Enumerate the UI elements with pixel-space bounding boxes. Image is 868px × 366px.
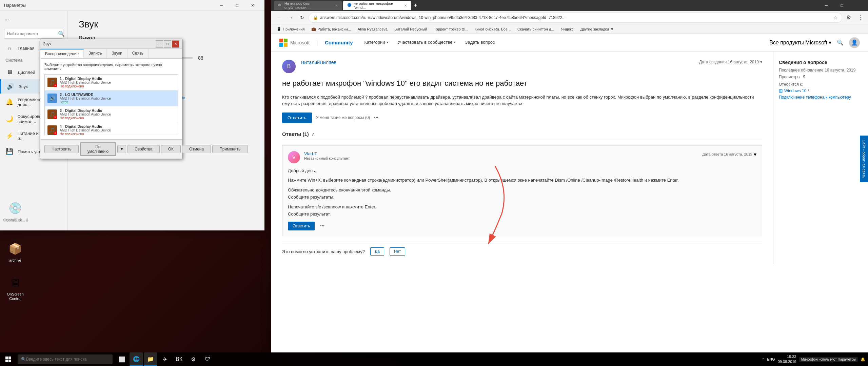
ms-search-button[interactable]: 🔍 (837, 39, 844, 46)
browser-minimize-button[interactable]: ─ (818, 0, 834, 11)
bookmark-apps[interactable]: 📱 Приложения (274, 26, 307, 32)
desktop-icon-archive[interactable]: 📦 archive (2, 241, 29, 263)
properties-button[interactable]: Свойства (127, 145, 160, 153)
tab-record[interactable]: Запись (84, 49, 107, 58)
device-item-2[interactable]: 🔊 2 - LG ULTRAWIDE AMD High Definition A… (45, 90, 178, 106)
device-item-3[interactable]: 🎵 ✕ 3 - Digital Display Audio AMD High D… (45, 106, 178, 122)
browser-tab-answers[interactable]: 🔵 не работает микрофон "wind... ✕ (343, 1, 411, 10)
back-button[interactable]: ← (274, 13, 284, 23)
bookmark-jobs[interactable]: 💼 Работа, вакансии... (309, 26, 353, 32)
ms-nav-participate[interactable]: Участвовать в сообществе ▾ (393, 34, 460, 52)
bookmark-ringtone-label: Скачать риннгтон д... (517, 27, 554, 31)
browser-menu-button[interactable]: ⋮ (855, 13, 865, 23)
taskbar-shield-button[interactable]: 🛡 (201, 352, 214, 366)
taskbar-search-input[interactable] (26, 357, 101, 362)
taskbar-settings-button[interactable]: ⚙ (186, 352, 200, 366)
device-item-1[interactable]: 🎵 ✕ 1 - Digital Display Audio AMD High D… (45, 75, 178, 90)
taskbar-search-bar[interactable]: 🔍 (18, 354, 113, 364)
bookmark-alina[interactable]: Alina Ryazanceva (355, 26, 390, 32)
url-bar[interactable]: 🔒 answers.microsoft.com/ru-ru/windows/fo… (309, 13, 842, 23)
notification-icon[interactable]: 🔔 (861, 357, 865, 362)
answer-author-avatar: V (288, 151, 300, 163)
same-issue-text[interactable]: У меня такие же вопросы (0) (316, 115, 370, 120)
settings-search-input[interactable] (7, 32, 58, 36)
ok-button[interactable]: ОК (161, 145, 181, 153)
bookmark-torrent[interactable]: Торрент трекер ttl... (431, 26, 471, 32)
default-button[interactable]: По умолчанию (80, 142, 116, 156)
chevron-up-icon[interactable]: ^ (763, 357, 764, 361)
ms-user-avatar[interactable]: 👤 (849, 37, 860, 48)
taskbar-vk-button[interactable]: ВК (172, 352, 186, 366)
dialog-close-button[interactable]: ✕ (172, 40, 179, 48)
ms-divider: | (316, 39, 318, 46)
minimize-button[interactable]: ─ (214, 0, 229, 11)
forward-button[interactable]: → (285, 13, 296, 23)
bookmark-vitaliy-label: Виталий Несусный (394, 27, 427, 31)
bookmark-vitaliy[interactable]: Виталий Несусный (392, 26, 430, 32)
start-button[interactable] (0, 352, 16, 366)
phone-link[interactable]: Подключение телефона к компьютеру (779, 95, 863, 100)
extensions-button[interactable]: ⚙ (844, 13, 854, 23)
gmail-tab-label: На вопрос был опубликован ... (284, 1, 333, 9)
shield-icon: 🛡 (205, 356, 210, 362)
bookmark-apps-label: Приложения (283, 27, 304, 31)
bookmark-ringtone[interactable]: Скачать риннгтон д... (515, 26, 557, 32)
browser-toolbar: ← → ↻ 🔒 answers.microsoft.com/ru-ru/wind… (271, 11, 868, 24)
dialog-maximize-button[interactable]: □ (164, 40, 171, 48)
answer-author-name[interactable]: Vlad-T (304, 151, 350, 156)
tab-communication[interactable]: Связь (127, 49, 149, 58)
ms-nav-ask[interactable]: Задать вопрос (460, 34, 500, 52)
settings-back-button[interactable]: ← (0, 14, 67, 26)
close-button[interactable]: ✕ (245, 0, 260, 11)
refresh-button[interactable]: ↻ (297, 13, 307, 23)
tab-sounds[interactable]: Звуки (107, 49, 127, 58)
bookmark-other[interactable]: Другие закладки ▼ (578, 26, 617, 32)
desktop-icon-crystaldisk[interactable]: 💿 CrystalDisk... 6 (2, 200, 29, 222)
default-dropdown-button[interactable]: ▼ (117, 145, 126, 153)
dialog-minimize-button[interactable]: ─ (156, 40, 163, 48)
answer-more-button[interactable]: ••• (320, 224, 324, 228)
device-item-4[interactable]: 🎵 ✕ 4 - Digital Display Audio AMD High D… (45, 122, 178, 135)
desktop-icon-onscreen[interactable]: 🖥 OnScreen Control (2, 274, 29, 301)
collapse-answers-button[interactable]: ∧ (312, 131, 315, 137)
taskbar-edge-button[interactable]: 🌐 (130, 352, 143, 366)
ms-answers-page: Microsoft | Community Категории ▾ Участв… (271, 34, 868, 352)
ms-community-label[interactable]: Community (325, 40, 353, 45)
taskbar-lang[interactable]: ENG (767, 357, 775, 361)
answer-reply-button[interactable]: Ответить (288, 222, 315, 230)
reply-button[interactable]: Ответить (282, 113, 312, 123)
device-list[interactable]: 🎵 ✕ 1 - Digital Display Audio AMD High D… (44, 74, 178, 135)
helpful-yes-button[interactable]: Да (370, 247, 384, 256)
bookmark-yandex[interactable]: Яндекс (558, 26, 576, 32)
bookmark-kinopoisk[interactable]: КиноПоиск.Ru. Все... (472, 26, 513, 32)
bookmark-torrent-label: Торрент трекер ttl... (434, 27, 468, 31)
gmail-tab-close[interactable]: ✕ (335, 4, 338, 7)
explorer-icon: 📁 (147, 356, 154, 362)
question-more-button[interactable]: ••• (374, 115, 378, 120)
browser-tab-gmail[interactable]: ✉ На вопрос был опубликован ... ✕ (274, 1, 342, 10)
svg-rect-5 (5, 357, 8, 359)
ms-nav-categories[interactable]: Категории ▾ (360, 34, 393, 52)
taskbar-telegram-button[interactable]: ✈ (158, 352, 172, 366)
new-tab-button[interactable]: + (414, 2, 417, 9)
device-driver-2: AMD High Definition Audio Device (60, 97, 175, 100)
all-products-link[interactable]: Все продукты Microsoft ▾ (769, 39, 831, 46)
taskbar-explorer-button[interactable]: 📁 (144, 352, 157, 366)
applies-to-label: Относится к: (779, 82, 863, 87)
tab-playback[interactable]: Воспроизведение (40, 49, 84, 58)
apply-button[interactable]: Применить (212, 145, 248, 153)
maximize-button[interactable]: □ (229, 0, 245, 11)
cancel-button[interactable]: Отмена (182, 145, 211, 153)
windows10-link[interactable]: Windows 10 (784, 88, 806, 93)
answers-tab-close[interactable]: ✕ (404, 4, 407, 7)
browser-close-button[interactable]: ✕ (850, 0, 865, 11)
helpful-no-button[interactable]: Нет (390, 247, 405, 256)
task-view-button[interactable]: ⬜ (115, 352, 129, 366)
browser-maximize-button[interactable]: □ (834, 0, 850, 11)
configure-button[interactable]: Настроить (44, 145, 79, 153)
bookmark-star-icon[interactable]: ☆ (833, 15, 838, 20)
question-author-name[interactable]: ВиталийПиляев (301, 60, 694, 65)
settings-search-bar[interactable]: 🔍 (4, 29, 63, 39)
feedback-tab[interactable]: Сайт - обратная связь (860, 136, 868, 182)
taskbar: 🔍 ⬜ 🌐 📁 ✈ ВК ⚙ 🛡 (0, 352, 868, 366)
